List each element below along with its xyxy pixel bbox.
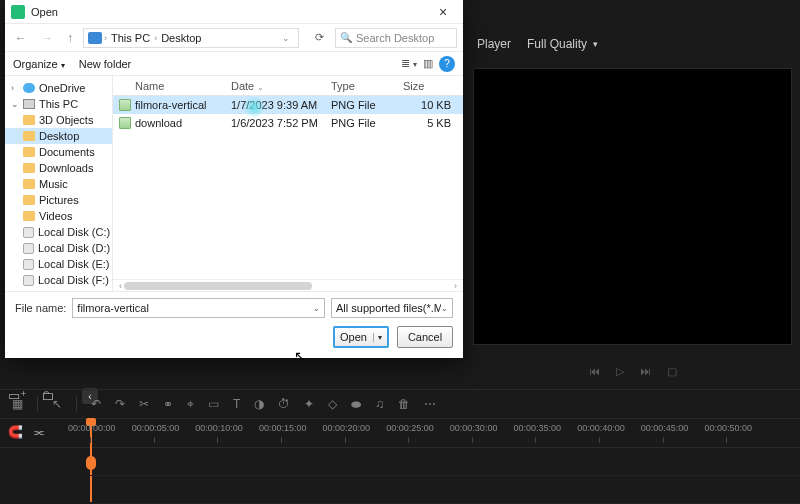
keyframe-icon[interactable]: ◇: [328, 397, 337, 411]
prev-frame-icon[interactable]: ⏮: [589, 365, 600, 377]
scroll-right-icon[interactable]: ›: [452, 281, 459, 291]
file-icon: [119, 99, 131, 111]
redo-icon[interactable]: ↷: [115, 397, 125, 411]
nav-tree[interactable]: ›OneDrive⌄This PC3D ObjectsDesktopDocume…: [5, 76, 113, 291]
file-date: 1/6/2023 7:52 PM: [231, 117, 331, 129]
file-type: PNG File: [331, 117, 403, 129]
tree-item[interactable]: Local Disk (D:): [5, 240, 112, 256]
color-icon[interactable]: ◑: [254, 397, 264, 411]
col-size[interactable]: Size: [403, 80, 459, 92]
tree-item-label: This PC: [39, 98, 78, 110]
tree-item[interactable]: Music: [5, 176, 112, 192]
file-size: 10 KB: [403, 99, 459, 111]
tree-item[interactable]: Local Disk (C:): [5, 224, 112, 240]
tree-item-label: OneDrive: [39, 82, 85, 94]
file-date: 1/7/2023 9:39 AM: [231, 99, 331, 111]
tree-item-label: Music: [39, 178, 68, 190]
more-icon[interactable]: ⋯: [424, 397, 436, 411]
folder-icon: [23, 131, 35, 141]
mask-icon[interactable]: ⬬: [351, 397, 361, 411]
tree-item[interactable]: ›OneDrive: [5, 80, 112, 96]
cut-icon[interactable]: ✂: [139, 397, 149, 411]
timeline-ruler[interactable]: 🧲 ⫘ 00:00:00:0000:00:05:0000:00:10:0000:…: [0, 419, 800, 448]
player-tab[interactable]: Player: [477, 37, 511, 51]
file-row[interactable]: filmora-vertical 1/7/2023 9:39 AM PNG Fi…: [113, 96, 463, 114]
help-icon[interactable]: ?: [439, 56, 455, 72]
file-type-filter[interactable]: All supported files(*.MP4;*.FLV; ⌄: [331, 298, 453, 318]
open-file-dialog: Open × ← → ↑ › This PC › Desktop ⌄ ⟳ 🔍 S…: [5, 0, 463, 358]
new-folder-button[interactable]: New folder: [79, 58, 132, 70]
stop-icon[interactable]: ▢: [667, 365, 677, 378]
timeline-panel: ▦ ↖ ↶ ↷ ✂ ⚭ ⌖ ▭ T ◑ ⏱ ✦ ◇ ⬬ ♫ 🗑 ⋯ 🧲 ⫘ 00…: [0, 389, 800, 504]
file-row[interactable]: download 1/6/2023 7:52 PM PNG File 5 KB: [113, 114, 463, 132]
breadcrumb-root[interactable]: This PC: [109, 32, 152, 44]
tree-item[interactable]: ⌄This PC: [5, 96, 112, 112]
tree-item-label: Local Disk (D:): [38, 242, 110, 254]
undo-icon[interactable]: ↶: [91, 397, 101, 411]
play-icon[interactable]: ▷: [616, 365, 624, 378]
col-date[interactable]: Date ⌄: [231, 80, 331, 92]
effects-icon[interactable]: ✦: [304, 397, 314, 411]
tree-item[interactable]: Videos: [5, 208, 112, 224]
scrollbar-thumb[interactable]: [124, 282, 312, 290]
tree-item[interactable]: Documents: [5, 144, 112, 160]
organize-button[interactable]: Organize ▾: [13, 58, 65, 70]
refresh-icon[interactable]: ⟳: [309, 31, 329, 44]
file-size: 5 KB: [403, 117, 459, 129]
horizontal-scrollbar[interactable]: ‹ ›: [113, 279, 463, 291]
file-icon: [119, 117, 131, 129]
filename-label: File name:: [15, 302, 66, 314]
magnet-icon[interactable]: 🧲: [8, 425, 23, 439]
next-frame-icon[interactable]: ⏭: [640, 365, 651, 377]
chevron-down-icon: ⌄: [441, 304, 448, 313]
delete-icon[interactable]: 🗑: [398, 397, 410, 411]
tree-item[interactable]: Desktop: [5, 128, 112, 144]
quality-select[interactable]: Full Quality ▾: [527, 37, 598, 51]
tree-item[interactable]: Pictures: [5, 192, 112, 208]
crop-icon[interactable]: ▭: [208, 397, 219, 411]
nav-up-icon[interactable]: ↑: [63, 31, 77, 45]
tree-item[interactable]: Local Disk (F:): [5, 272, 112, 288]
search-input[interactable]: 🔍 Search Desktop: [335, 28, 457, 48]
folder-icon: [23, 115, 35, 125]
breadcrumb-folder[interactable]: Desktop: [159, 32, 203, 44]
tree-item-label: Local Disk (C:): [38, 226, 110, 238]
cancel-button[interactable]: Cancel: [397, 326, 453, 348]
grid-icon[interactable]: ▦: [12, 397, 23, 411]
nav-back-icon[interactable]: ←: [11, 31, 31, 45]
tree-item-label: Pictures: [39, 194, 79, 206]
tree-item[interactable]: 3D Objects: [5, 112, 112, 128]
audio-icon[interactable]: ♫: [375, 397, 384, 411]
timeline-tracks[interactable]: [0, 448, 800, 504]
tree-item[interactable]: Downloads: [5, 160, 112, 176]
open-split-icon[interactable]: ▾: [373, 333, 382, 342]
chevron-down-icon[interactable]: ⌄: [313, 304, 320, 313]
close-icon[interactable]: ×: [429, 4, 457, 20]
scroll-left-icon[interactable]: ‹: [117, 281, 124, 291]
view-mode-icon[interactable]: ≣ ▾: [401, 57, 417, 70]
link-icon[interactable]: ⚭: [163, 397, 173, 411]
open-button[interactable]: Open▾: [333, 326, 389, 348]
marker-icon[interactable]: ⌖: [187, 397, 194, 411]
folder-icon: [23, 179, 35, 189]
col-type[interactable]: Type: [331, 80, 403, 92]
search-icon: 🔍: [340, 32, 352, 43]
speed-icon[interactable]: ⏱: [278, 397, 290, 411]
chevron-down-icon[interactable]: ⌄: [278, 33, 294, 43]
tree-item[interactable]: Local Disk (E:): [5, 256, 112, 272]
breadcrumb[interactable]: › This PC › Desktop ⌄: [83, 28, 299, 48]
text-icon[interactable]: T: [233, 397, 240, 411]
folder-icon: [23, 163, 35, 173]
tree-item-label: Local Disk (F:): [38, 274, 109, 286]
folder-icon: [23, 147, 35, 157]
nav-forward-icon[interactable]: →: [37, 31, 57, 45]
pointer-icon[interactable]: ↖: [52, 397, 62, 411]
preview-pane-icon[interactable]: ▥: [423, 57, 433, 70]
file-list[interactable]: Name Date ⌄ Type Size filmora-vertical 1…: [113, 76, 463, 291]
disk-icon: [23, 259, 34, 270]
filename-input[interactable]: filmora-vertical ⌄: [72, 298, 325, 318]
link-toggle-icon[interactable]: ⫘: [33, 425, 45, 439]
tree-item-label: 3D Objects: [39, 114, 93, 126]
col-name[interactable]: Name: [135, 80, 231, 92]
playhead-handle[interactable]: [86, 456, 96, 470]
